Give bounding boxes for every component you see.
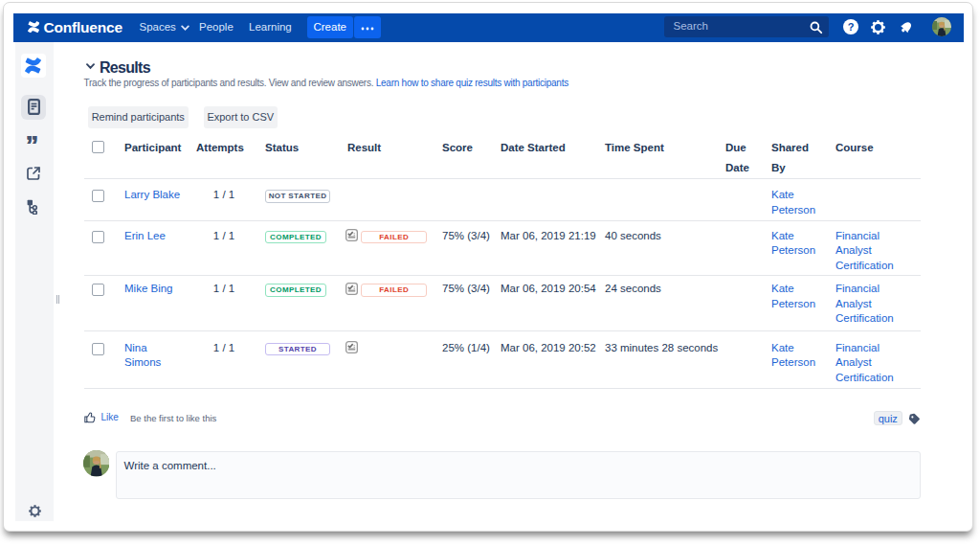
svg-text:?: ?: [848, 21, 855, 33]
